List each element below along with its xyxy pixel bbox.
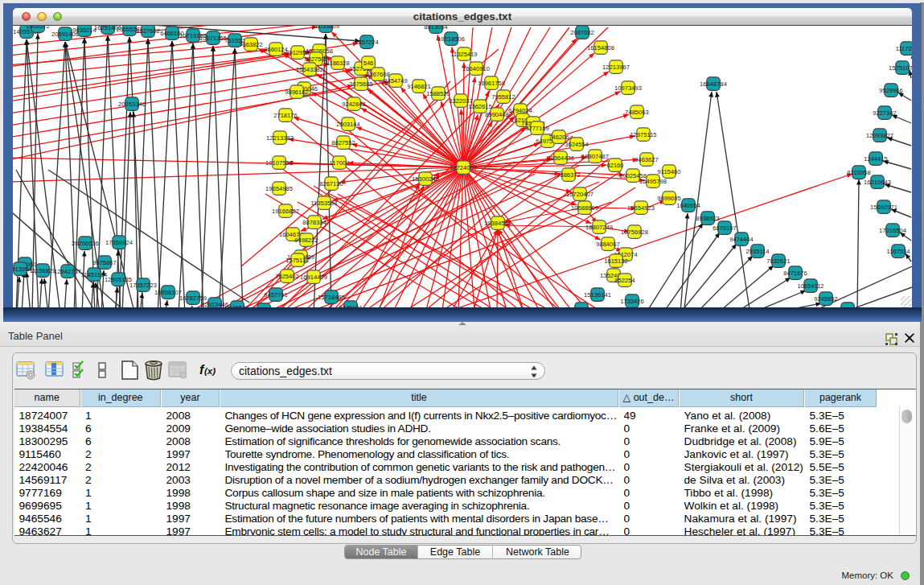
svg-text:11353594: 11353594 [310,199,337,206]
svg-text:1362615: 1362615 [468,102,492,109]
svg-text:12975115: 12975115 [630,130,656,138]
svg-text:9529966: 9529966 [879,86,903,93]
svg-text:2935114: 2935114 [746,247,770,254]
svg-text:7625402: 7625402 [275,272,299,279]
svg-text:20053346: 20053346 [118,100,146,107]
svg-text:1905572: 1905572 [26,26,50,30]
svg-text:1575132: 1575132 [285,256,310,263]
svg-text:1588520: 1588520 [426,89,450,97]
svg-text:15718485: 15718485 [318,293,345,300]
svg-text:15300245: 15300245 [412,175,439,182]
svg-text:9146821: 9146821 [407,82,431,89]
svg-text:10688609: 10688609 [571,204,598,211]
svg-text:8990448: 8990448 [485,110,509,117]
svg-text:12213382: 12213382 [266,134,294,141]
svg-text:10107552: 10107552 [265,159,293,166]
svg-text:9474444: 9474444 [729,235,754,242]
svg-text:12942737: 12942737 [54,267,81,274]
svg-text:6879197: 6879197 [713,224,737,231]
svg-text:9246101: 9246101 [339,303,363,307]
svg-text:9884067: 9884067 [596,240,620,247]
svg-text:10958107: 10958107 [154,288,182,295]
svg-text:7386372: 7386372 [556,171,581,178]
svg-text:18724007: 18724007 [450,163,477,171]
svg-text:15136141: 15136141 [584,290,611,298]
svg-text:10654112: 10654112 [797,282,823,289]
svg-text:9136542: 9136542 [225,303,249,307]
svg-text:9227342: 9227342 [873,109,897,116]
svg-text:11156829: 11156829 [30,266,56,274]
svg-text:1117205: 1117205 [896,44,912,51]
svg-text:(x): (x) [204,366,216,376]
svg-text:16033809: 16033809 [312,26,339,30]
svg-text:17359924: 17359924 [105,238,133,245]
svg-text:1244415: 1244415 [864,154,888,162]
svg-text:16640910: 16640910 [462,64,490,72]
svg-text:20206536: 20206536 [72,239,99,246]
svg-text:9245652: 9245652 [814,295,838,302]
svg-text:12905135: 12905135 [105,275,132,282]
svg-text:9699695: 9699695 [657,194,681,201]
svg-text:8938923: 8938923 [696,214,720,221]
svg-text:18807249: 18807249 [585,223,613,230]
svg-text:16154808: 16154808 [587,43,614,51]
svg-text:19384554: 19384554 [484,219,511,226]
svg-text:1640954: 1640954 [676,201,700,208]
svg-text:9245012: 9245012 [836,305,860,307]
svg-text:117004: 117004 [330,159,350,166]
svg-text:1733426: 1733426 [620,297,644,304]
svg-text:9975867: 9975867 [92,258,117,266]
svg-text:546: 546 [363,59,374,66]
svg-text:9324512: 9324512 [252,306,276,307]
svg-text:17357223: 17357223 [129,281,157,288]
svg-text:11325419: 11325419 [450,50,477,57]
svg-text:2087682: 2087682 [570,28,594,35]
svg-text:1615132: 1615132 [604,257,628,264]
svg-text:2803144: 2803144 [336,120,360,127]
svg-text:7955812: 7955812 [491,93,515,100]
svg-text:8215958: 8215958 [847,168,871,175]
svg-text:16210643: 16210643 [864,178,891,185]
svg-text:10671355: 10671355 [199,34,227,41]
svg-text:8186328: 8186328 [326,59,350,66]
svg-text:9498222: 9498222 [294,236,318,243]
svg-text:9457791: 9457791 [264,290,288,298]
svg-text:16961758: 16961758 [478,79,505,86]
svg-text:12923446: 12923446 [201,300,228,307]
svg-text:8454749: 8454749 [384,76,408,84]
svg-text:7663822: 7663822 [239,40,263,47]
svg-text:15720407: 15720407 [566,190,593,197]
svg-text:10973493: 10973493 [614,84,642,91]
svg-text:7632621: 7632621 [766,257,791,264]
svg-text:3675685: 3675685 [349,80,373,87]
svg-text:1167534: 1167534 [887,247,910,254]
svg-text:11451194: 11451194 [81,270,108,278]
svg-text:7485063: 7485063 [625,108,649,115]
svg-text:9777169: 9777169 [525,124,549,131]
svg-text:15692971: 15692971 [870,203,897,210]
svg-text:9896162: 9896162 [285,88,309,95]
svg-text:8878334: 8878334 [302,218,326,225]
svg-text:9463627: 9463627 [634,155,659,163]
svg-text:9327505: 9327505 [304,55,328,62]
svg-text:9635214: 9635214 [72,26,97,33]
svg-text:10807487: 10807487 [581,152,609,159]
svg-text:3624554: 3624554 [565,140,589,147]
svg-text:8267130: 8267130 [319,179,343,187]
svg-text:8660124: 8660124 [264,45,288,52]
svg-text:10756928: 10756928 [621,228,648,235]
svg-text:16543382: 16543382 [296,65,323,72]
svg-text:19166827: 19166827 [272,207,299,214]
svg-text:62160: 62160 [606,161,623,168]
svg-text:15751074: 15751074 [889,64,912,71]
svg-text:19218506: 19218506 [437,35,465,42]
svg-text:2718176: 2718176 [273,111,298,118]
svg-text:12093827: 12093827 [866,131,893,138]
svg-text:19654985: 19654985 [265,184,293,192]
svg-text:16648784: 16648784 [700,80,727,87]
svg-text:1527602: 1527602 [136,27,160,34]
svg-text:9325616: 9325616 [569,305,593,307]
svg-text:17016504: 17016504 [879,226,906,233]
svg-text:852254: 852254 [614,276,634,283]
svg-text:12213967: 12213967 [602,63,630,70]
